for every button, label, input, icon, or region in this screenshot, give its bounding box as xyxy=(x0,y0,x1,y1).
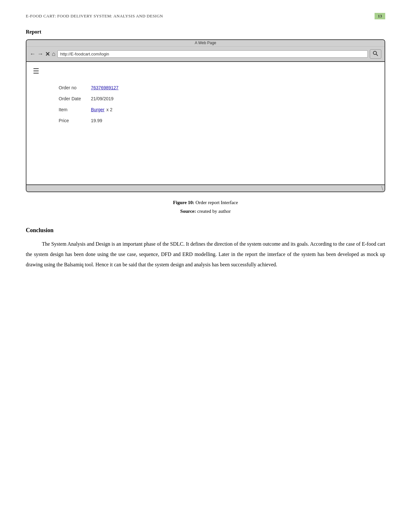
browser-toolbar: ← → ✕ ⌂ xyxy=(26,47,385,62)
price-row: Price 19.99 xyxy=(59,118,378,123)
conclusion-paragraph: The System Analysis and Design is an imp… xyxy=(26,239,385,270)
order-no-row: Order no 76376989127 xyxy=(59,85,378,90)
address-bar[interactable] xyxy=(57,50,368,58)
item-label: Item xyxy=(59,107,91,112)
home-icon[interactable]: ⌂ xyxy=(52,51,55,57)
figure-caption: Figure 10: Order report Interface xyxy=(26,200,385,205)
figure-number: Figure 10: xyxy=(173,200,194,205)
page-number: 13 xyxy=(375,13,385,19)
source-text: created by author xyxy=(197,209,231,214)
browser-title-bar: A Web Page xyxy=(26,40,385,47)
resize-handle-icon: ⧹ xyxy=(381,186,383,191)
document-title: E-FOOD CART: FOOD DELIVERY SYSTEM: ANALY… xyxy=(26,14,163,19)
browser-mockup: A Web Page ← → ✕ ⌂ ☰ Order no 7637698912… xyxy=(26,39,385,192)
order-date-label: Order Date xyxy=(59,96,91,101)
order-date-row: Order Date 21/09/2019 xyxy=(59,96,378,101)
conclusion-body: The System Analysis and Design is an imp… xyxy=(26,239,385,270)
price-label: Price xyxy=(59,118,91,123)
order-no-value[interactable]: 76376989127 xyxy=(91,85,119,90)
conclusion-heading: Conclusion xyxy=(26,227,385,234)
forward-icon[interactable]: → xyxy=(37,51,43,57)
price-value: 19.99 xyxy=(91,118,102,123)
search-icon xyxy=(373,51,378,56)
order-form: Order no 76376989127 Order Date 21/09/20… xyxy=(33,85,378,139)
browser-statusbar: ⧹ xyxy=(26,184,385,192)
close-icon[interactable]: ✕ xyxy=(45,51,50,58)
item-row: Item Burger x 2 xyxy=(59,107,378,112)
figure-caption-text: Order report Interface xyxy=(196,200,238,205)
page-header: E-FOOD CART: FOOD DELIVERY SYSTEM: ANALY… xyxy=(26,13,385,19)
hamburger-menu-icon[interactable]: ☰ xyxy=(33,67,378,75)
item-quantity: x 2 xyxy=(106,107,113,112)
source-label: Source: xyxy=(180,209,196,214)
source-line: Source: created by author xyxy=(26,209,385,214)
browser-content: ☰ Order no 76376989127 Order Date 21/09/… xyxy=(26,62,385,184)
svg-line-1 xyxy=(376,54,378,56)
back-icon[interactable]: ← xyxy=(30,51,35,57)
order-no-label: Order no xyxy=(59,85,91,90)
order-date-value: 21/09/2019 xyxy=(91,96,113,101)
item-value[interactable]: Burger xyxy=(91,107,104,112)
svg-point-0 xyxy=(373,51,377,54)
go-button[interactable] xyxy=(370,49,381,59)
section-label: Report xyxy=(26,29,385,35)
